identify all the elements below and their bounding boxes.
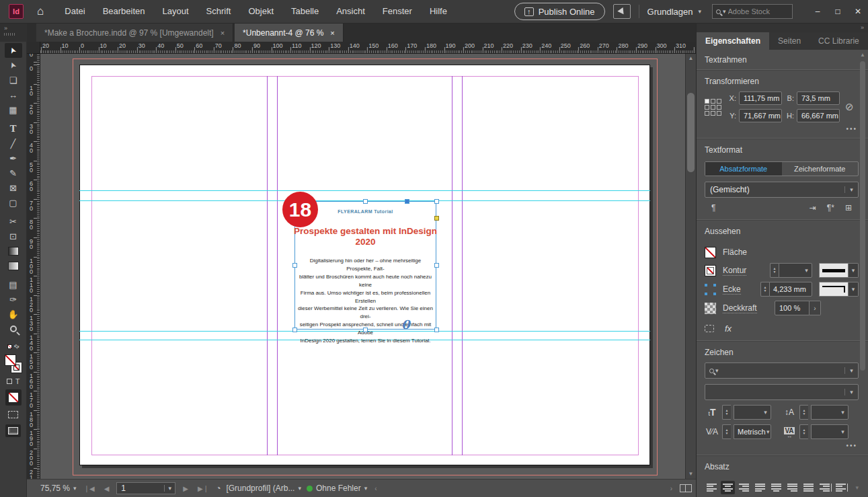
gradient-tool[interactable] [5,243,22,258]
menu-hilfe[interactable]: Hilfe [421,0,456,23]
panel-scrollbar[interactable]: ▲ [859,52,867,492]
paragraph-mark-icon[interactable]: ¶ [706,203,721,213]
more-options-icon[interactable]: ••• [705,439,859,455]
zoom-level-control[interactable]: 75,75 % ▾ [40,484,77,493]
rectangle-tool[interactable]: ▢ [5,195,22,210]
frame-handle[interactable] [434,199,439,204]
stroke-weight-dropdown[interactable]: ▾ [779,263,812,278]
align-away-from-spine-button[interactable] [834,481,848,494]
corner-radius-field[interactable]: 4,233 mm [769,282,812,297]
align-toward-spine-button[interactable] [818,481,832,494]
direct-selection-tool[interactable]: ➤ [5,58,22,73]
redefine-style-icon[interactable]: ⇥ [804,203,822,213]
content-collector-tool[interactable]: ▦ [5,102,22,117]
paragraph-styles-tab[interactable]: Absatzformate [705,162,782,176]
scroll-up-icon[interactable]: ▲ [688,54,694,63]
note-tool[interactable]: ▤ [5,277,22,292]
justify-all-button[interactable] [801,481,816,494]
menu-datei[interactable]: Datei [56,0,93,23]
y-value-field[interactable]: 71,667 mm [739,109,782,122]
maximize-button[interactable]: □ [828,3,848,20]
kerning-dropdown[interactable]: Metrisch▾ [734,424,771,439]
frame-handle[interactable] [363,199,368,204]
corner-shape-dropdown[interactable]: ▾ [849,282,859,297]
scroll-up-icon[interactable]: ▲ [859,52,867,60]
panel-tab-eigenschaften[interactable]: Eigenschaften [697,32,769,50]
panel-tab-seiten[interactable]: Seiten [769,32,810,50]
corner-label[interactable]: Ecke [723,284,741,295]
opacity-value-field[interactable]: 100 % [775,301,810,315]
zoom-tool[interactable] [5,321,22,336]
stroke-style-dropdown[interactable]: ▾ [849,263,859,278]
eyedropper-tool[interactable]: ✑ [5,292,22,307]
font-family-dropdown[interactable]: ▾ ▾ [705,362,859,379]
document-tab[interactable]: *Make a Brochure.indd @ 97 % [Umgewandel… [36,24,233,42]
expand-dock-icon[interactable]: » [861,24,864,31]
justify-last-center-button[interactable] [769,481,783,494]
stroke-label[interactable]: Kontur [723,266,746,276]
frame-tool[interactable]: ⊠ [5,180,22,195]
panel-tab-cc-libraries[interactable]: CC Libraries [810,32,859,50]
pencil-tool[interactable]: ✎ [5,165,22,180]
error-status-control[interactable]: Ohne Fehler ▾ [307,484,367,493]
line-tool[interactable]: ╱ [5,136,22,151]
font-style-dropdown[interactable]: ▾ [705,384,859,400]
spread-view-icon[interactable] [680,484,692,492]
tab-close-icon[interactable]: × [330,29,334,37]
minimize-button[interactable]: – [807,3,828,20]
adobe-stock-search[interactable]: ▾ [712,4,793,19]
expand-dock-icon[interactable]: » [4,25,7,32]
ruler-guide[interactable] [79,190,650,191]
next-page-button[interactable]: ▶ [181,485,190,492]
align-center-button[interactable] [721,481,735,494]
horizontal-scrollbar[interactable] [385,480,663,497]
gradient-feather-tool[interactable] [5,258,22,273]
align-left-button[interactable] [705,481,719,494]
menu-schrift[interactable]: Schrift [198,0,240,23]
tab-close-icon[interactable]: × [221,29,225,37]
menu-ansicht[interactable]: Ansicht [327,0,374,23]
formatting-affects-toggle[interactable]: T [5,375,22,387]
corner-edit-handle[interactable] [434,216,439,221]
frame-handle[interactable] [292,328,297,332]
more-options-icon[interactable]: ••• [705,122,859,138]
justify-last-left-button[interactable] [753,481,767,494]
stroke-style-chip[interactable] [819,263,849,278]
preflight-menu-icon[interactable]: ◔ [216,484,221,493]
free-transform-tool[interactable]: ⊡ [5,229,22,243]
stroke-swatch-icon[interactable] [705,265,716,276]
opacity-icon[interactable] [705,303,716,314]
leading-stepper[interactable]: ▲▼ [799,405,808,420]
scroll-left-icon[interactable]: ‹ [372,485,379,492]
home-icon[interactable]: ⌂ [37,5,44,18]
close-button[interactable]: ✕ [848,3,868,20]
hand-tool[interactable]: ✋ [5,307,22,321]
opacity-more-button[interactable]: › [810,301,821,315]
tracking-stepper[interactable]: ▲▼ [799,424,808,439]
screen-mode-button[interactable] [5,421,22,440]
x-value-field[interactable]: 111,75 mm [739,91,782,105]
frame-handle[interactable] [292,263,297,268]
document-tab[interactable]: *Unbenannt-4 @ 76 %× [235,24,344,42]
ruler-origin-corner[interactable] [27,42,40,54]
horizontal-ruler[interactable]: 2010010203040506070809010011012013014015… [40,42,696,54]
frame-handle[interactable] [434,328,439,332]
effects-icon[interactable]: fx [725,323,732,334]
height-value-field[interactable]: 66,667 mm [797,109,840,122]
scroll-right-icon[interactable]: › [668,485,674,492]
fill-swatch-icon[interactable] [705,247,716,258]
menu-tabelle[interactable]: Tabelle [282,0,327,23]
font-size-stepper[interactable]: ▲▼ [722,405,731,420]
opacity-label[interactable]: Deckkraft [723,303,757,313]
view-options-icon[interactable] [5,408,22,421]
gap-tool[interactable]: ↔ [5,87,22,102]
fill-stroke-swatches[interactable] [5,352,22,375]
scroll-down-icon[interactable]: ▼ [688,469,694,479]
reference-point-selector[interactable] [705,99,721,116]
frame-handle[interactable] [363,328,368,332]
scrollbar-thumb[interactable] [687,93,695,172]
gpu-performance-icon[interactable] [613,4,631,19]
indesign-logo-icon[interactable]: Id [9,4,24,19]
character-styles-tab[interactable]: Zeichenformate [782,162,859,176]
pen-tool[interactable]: ✒ [5,151,22,165]
